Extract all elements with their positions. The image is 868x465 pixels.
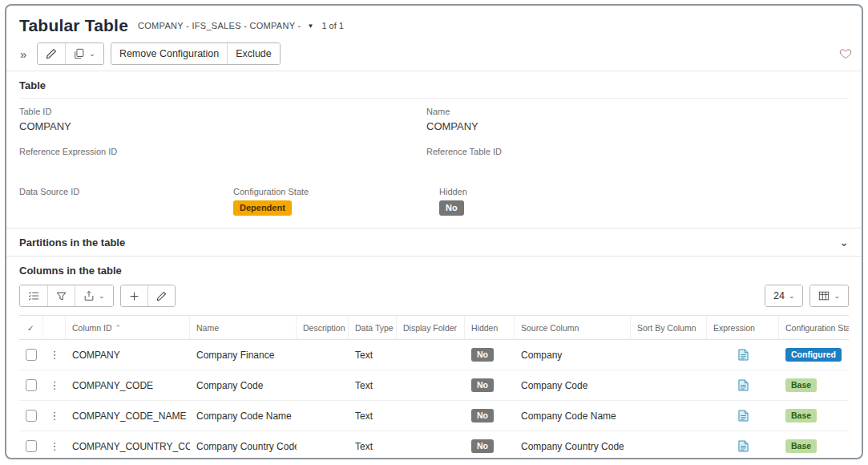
expand-commands-icon[interactable]: » bbox=[16, 48, 30, 60]
expression-document-icon[interactable] bbox=[738, 410, 749, 422]
cell-column-id[interactable]: COMPANY_COUNTRY_CODE bbox=[66, 431, 190, 459]
table-row-menu-cell: ⋮ bbox=[43, 401, 66, 431]
col-header-configuration-state[interactable]: Configuration State bbox=[779, 316, 849, 340]
cell-configuration-state: Base bbox=[779, 431, 849, 459]
cell-data-type: Text bbox=[349, 370, 397, 401]
fields-row-3: Data Source ID Configuration State Depen… bbox=[19, 187, 849, 228]
remove-configuration-button[interactable]: Remove Configuration bbox=[111, 43, 227, 64]
pencil-icon bbox=[46, 48, 57, 59]
kebab-menu-icon[interactable]: ⋮ bbox=[50, 379, 60, 391]
configuration-state-badge: Base bbox=[785, 409, 817, 423]
col-header-hidden[interactable]: Hidden bbox=[465, 316, 515, 340]
cell-name: Company Country Code bbox=[190, 431, 297, 459]
table-row-checkbox-cell bbox=[19, 431, 43, 459]
field-reference-table-id: Reference Table ID bbox=[426, 147, 849, 187]
field-value: No bbox=[439, 200, 849, 216]
cell-configuration-state: Base bbox=[779, 370, 849, 401]
cell-data-type: Text bbox=[349, 401, 397, 431]
cell-name: Company Code bbox=[190, 370, 297, 401]
configuration-state-badge: Base bbox=[785, 439, 817, 453]
expression-document-icon[interactable] bbox=[738, 440, 749, 452]
cell-description bbox=[297, 370, 349, 401]
cell-description bbox=[297, 401, 349, 431]
field-label: Reference Expression ID bbox=[19, 147, 426, 156]
cell-expression bbox=[707, 401, 779, 431]
partitions-section-title: Partitions in the table bbox=[19, 237, 125, 249]
cell-name: Company Finance bbox=[190, 340, 297, 370]
fields-row-2: Reference Expression ID Reference Table … bbox=[19, 147, 849, 187]
chevron-down-icon: ⌄ bbox=[834, 292, 840, 300]
edit-button[interactable] bbox=[38, 43, 65, 64]
cell-description bbox=[297, 340, 349, 370]
cell-source-column: Company Code bbox=[515, 370, 631, 401]
grid-view-icon bbox=[818, 290, 830, 301]
cell-source-column: Company Code Name bbox=[515, 401, 631, 431]
columns-section: Columns in the table ⌄ bbox=[6, 257, 862, 459]
field-value: Dependent bbox=[233, 200, 439, 216]
record-selector-caret-icon[interactable]: ▼ bbox=[308, 22, 314, 30]
row-checkbox[interactable] bbox=[26, 349, 37, 361]
row-checkbox[interactable] bbox=[26, 440, 37, 452]
cell-configuration-state: Configured bbox=[779, 340, 849, 370]
page-size-group: 24 ⌄ bbox=[765, 285, 803, 307]
table-row-checkbox-cell bbox=[19, 401, 43, 431]
field-hidden: Hidden No bbox=[439, 187, 849, 228]
configuration-state-badge: Dependent bbox=[233, 200, 292, 216]
row-checkbox[interactable] bbox=[26, 379, 37, 391]
field-value: COMPANY bbox=[426, 120, 849, 135]
kebab-menu-icon[interactable]: ⋮ bbox=[50, 349, 60, 361]
hidden-badge: No bbox=[439, 200, 464, 216]
page-size-dropdown[interactable]: 24 ⌄ bbox=[765, 285, 802, 306]
cell-column-id[interactable]: COMPANY_CODE_NAME bbox=[66, 401, 190, 431]
configuration-state-badge: Configured bbox=[785, 348, 842, 362]
col-header-name[interactable]: Name bbox=[190, 316, 297, 340]
cell-hidden: No bbox=[465, 370, 515, 401]
col-header-data-type[interactable]: Data Type bbox=[349, 316, 397, 340]
field-label: Hidden bbox=[439, 187, 849, 196]
filter-button[interactable] bbox=[47, 285, 75, 306]
kebab-menu-icon[interactable]: ⋮ bbox=[50, 410, 60, 422]
cell-sort-by-column bbox=[631, 370, 707, 401]
hidden-badge: No bbox=[471, 439, 494, 453]
col-header-column-id[interactable]: Column ID⌃ bbox=[66, 316, 190, 340]
exclude-button[interactable]: Exclude bbox=[227, 43, 279, 64]
cell-column-id[interactable]: COMPANY_CODE bbox=[66, 370, 190, 401]
favorite-button[interactable] bbox=[839, 48, 852, 60]
cell-name: Company Code Name bbox=[190, 401, 297, 431]
col-header-sort-by-column[interactable]: Sort By Column bbox=[631, 316, 707, 340]
cell-sort-by-column bbox=[631, 340, 707, 370]
hidden-badge: No bbox=[471, 348, 494, 362]
expression-document-icon[interactable] bbox=[738, 349, 749, 361]
add-column-button[interactable] bbox=[121, 285, 147, 306]
field-label: Reference Table ID bbox=[426, 147, 849, 156]
col-header-description[interactable]: Description bbox=[297, 316, 349, 340]
expression-document-icon[interactable] bbox=[738, 379, 749, 391]
cell-hidden: No bbox=[465, 401, 515, 431]
page-title: Tabular Table bbox=[19, 16, 128, 35]
cell-source-column: Company bbox=[515, 340, 631, 370]
row-checkbox[interactable] bbox=[26, 410, 37, 422]
select-all-header[interactable]: ✓ bbox=[19, 316, 43, 340]
more-commands-dropdown-button[interactable]: ⌄ bbox=[65, 43, 103, 64]
hidden-badge: No bbox=[471, 378, 494, 392]
kebab-menu-icon[interactable]: ⋮ bbox=[50, 440, 60, 452]
table-row-menu-cell: ⋮ bbox=[43, 370, 66, 401]
partitions-section[interactable]: Partitions in the table ⌄ bbox=[6, 228, 862, 257]
edit-columns-button[interactable] bbox=[147, 285, 175, 306]
field-label: Name bbox=[426, 107, 849, 116]
table-row-menu-cell: ⋮ bbox=[43, 340, 66, 370]
row-menu-header bbox=[43, 316, 66, 340]
cell-column-id[interactable]: COMPANY bbox=[66, 340, 190, 370]
col-header-source-column[interactable]: Source Column bbox=[515, 316, 631, 340]
view-mode-dropdown[interactable]: ⌄ bbox=[810, 285, 848, 306]
col-header-expression[interactable]: Expression bbox=[707, 316, 779, 340]
check-icon: ✓ bbox=[27, 323, 34, 333]
edit-tools-group bbox=[120, 285, 176, 307]
cell-display-folder bbox=[397, 370, 465, 401]
col-header-display-folder[interactable]: Display Folder bbox=[397, 316, 465, 340]
chevron-down-icon[interactable]: ⌄ bbox=[839, 236, 849, 249]
record-pager: 1 of 1 bbox=[321, 21, 344, 30]
multi-select-button[interactable] bbox=[20, 285, 47, 306]
export-dropdown-button[interactable]: ⌄ bbox=[75, 285, 113, 306]
list-tools-group: ⌄ bbox=[19, 285, 114, 307]
